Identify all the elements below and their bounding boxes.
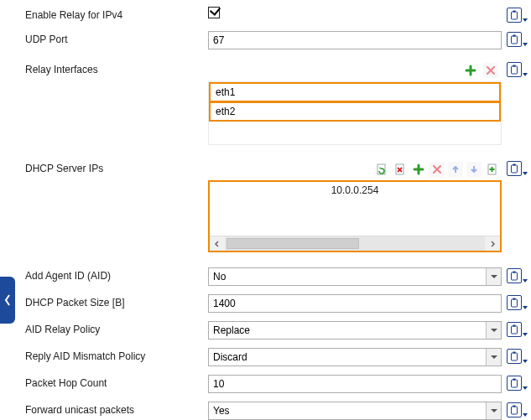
- label-enable-relay: Enable Relay for IPv4: [25, 7, 208, 21]
- chevron-down-icon[interactable]: [523, 43, 528, 46]
- scroll-left-button[interactable]: [210, 236, 225, 251]
- label-packet-size: DHCP Packet Size [B]: [25, 294, 208, 309]
- svg-rect-19: [512, 380, 518, 387]
- forward-unicast-select[interactable]: [208, 402, 502, 420]
- table-row[interactable]: 10.0.0.254: [331, 184, 379, 236]
- clipboard-icon[interactable]: [507, 322, 522, 337]
- svg-rect-14: [513, 298, 516, 300]
- dhcp-relay-form: Enable Relay for IPv4 UDP Port: [0, 0, 531, 420]
- aid-policy-select[interactable]: [208, 321, 502, 340]
- svg-rect-3: [513, 35, 516, 37]
- clipboard-icon[interactable]: [507, 32, 522, 47]
- svg-rect-5: [513, 65, 516, 67]
- horizontal-scrollbar[interactable]: [210, 236, 500, 251]
- chevron-down-icon[interactable]: [486, 322, 501, 339]
- svg-rect-4: [512, 66, 518, 74]
- row-packet-size: DHCP Packet Size [B]: [0, 294, 531, 313]
- clipboard-icon[interactable]: [507, 268, 522, 283]
- svg-rect-16: [513, 325, 516, 327]
- scrollbar-track[interactable]: [225, 236, 485, 251]
- svg-rect-15: [512, 326, 518, 334]
- collapsed-panel-tab[interactable]: [0, 277, 15, 324]
- svg-rect-2: [512, 36, 518, 44]
- row-hop-count: Packet Hop Count: [0, 375, 531, 393]
- label-aid-policy: AID Relay Policy: [25, 321, 208, 335]
- clipboard-icon[interactable]: [507, 161, 522, 176]
- clipboard-icon[interactable]: [507, 295, 522, 310]
- dhcp-ips-table[interactable]: 10.0.0.254: [208, 180, 502, 252]
- chevron-down-icon[interactable]: [486, 268, 501, 285]
- clipboard-icon[interactable]: [507, 62, 522, 77]
- clipboard-icon[interactable]: [507, 376, 522, 391]
- row-enable-relay: Enable Relay for IPv4: [0, 7, 531, 23]
- enable-relay-checkbox[interactable]: [208, 7, 220, 18]
- chevron-down-icon[interactable]: [523, 73, 528, 76]
- svg-rect-10: [513, 164, 516, 166]
- list-item[interactable]: eth2: [209, 101, 501, 122]
- mismatch-policy-select[interactable]: [208, 348, 502, 366]
- chevron-down-icon[interactable]: [523, 172, 528, 175]
- row-dhcp-server-ips: DHCP Server IPs: [0, 160, 531, 252]
- chevron-left-icon: [214, 241, 221, 247]
- list-item[interactable]: eth1: [209, 82, 501, 102]
- chevron-down-icon[interactable]: [486, 349, 501, 366]
- chevron-down-icon[interactable]: [523, 279, 528, 283]
- hop-count-input[interactable]: [208, 375, 502, 393]
- chevron-down-icon[interactable]: [523, 360, 528, 363]
- udp-port-input[interactable]: [208, 31, 502, 49]
- svg-rect-20: [513, 379, 516, 381]
- label-mismatch-policy: Reply AID Mismatch Policy: [25, 348, 208, 362]
- clipboard-icon[interactable]: [507, 402, 522, 417]
- dhcp-ips-toolbar: [208, 160, 502, 180]
- chevron-down-icon[interactable]: [486, 402, 501, 419]
- chevron-right-icon: [489, 241, 496, 247]
- arrow-up-icon[interactable]: [448, 162, 463, 177]
- chevron-down-icon[interactable]: [523, 386, 528, 390]
- svg-rect-12: [513, 272, 516, 273]
- row-relay-interfaces: Relay Interfaces eth1 eth2: [0, 61, 531, 145]
- chevron-down-icon[interactable]: [523, 413, 528, 417]
- delete-page-icon[interactable]: [393, 162, 408, 177]
- row-mismatch-policy: Reply AID Mismatch Policy: [0, 348, 531, 366]
- svg-rect-1: [513, 11, 516, 13]
- packet-size-input[interactable]: [208, 294, 502, 313]
- label-hop-count: Packet Hop Count: [25, 375, 208, 389]
- row-forward-unicast: Forward unicast packets: [0, 402, 531, 420]
- clipboard-icon[interactable]: [507, 8, 522, 23]
- add-icon[interactable]: [463, 63, 478, 78]
- relay-if-toolbar: [208, 61, 502, 81]
- arrow-down-icon[interactable]: [466, 162, 482, 177]
- svg-rect-18: [513, 352, 516, 354]
- label-add-aid: Add Agent ID (AID): [25, 267, 208, 282]
- row-aid-policy: AID Relay Policy: [0, 321, 531, 340]
- label-udp-port: UDP Port: [25, 31, 208, 45]
- label-forward-unicast: Forward unicast packets: [25, 402, 208, 416]
- label-dhcp-server-ips: DHCP Server IPs: [25, 160, 208, 174]
- relay-interfaces-list[interactable]: eth1 eth2: [208, 81, 502, 145]
- clipboard-icon[interactable]: [507, 349, 522, 364]
- add-page-icon[interactable]: [485, 162, 500, 177]
- delete-icon[interactable]: [483, 63, 498, 78]
- chevron-down-icon[interactable]: [523, 306, 528, 309]
- refresh-page-icon[interactable]: [374, 162, 389, 177]
- svg-rect-22: [513, 406, 516, 407]
- row-udp-port: UDP Port: [0, 31, 531, 49]
- svg-rect-9: [512, 165, 518, 173]
- add-icon[interactable]: [411, 162, 426, 177]
- scroll-right-button[interactable]: [485, 236, 500, 251]
- chevron-left-icon: [3, 293, 12, 307]
- svg-rect-0: [512, 12, 518, 19]
- chevron-down-icon[interactable]: [523, 333, 528, 336]
- row-add-aid: Add Agent ID (AID): [0, 267, 531, 286]
- delete-icon[interactable]: [429, 162, 445, 177]
- svg-rect-11: [512, 272, 518, 280]
- add-aid-select[interactable]: [208, 267, 502, 286]
- svg-rect-13: [512, 299, 518, 307]
- svg-rect-21: [512, 407, 518, 414]
- chevron-down-icon[interactable]: [523, 18, 528, 22]
- svg-rect-17: [512, 353, 518, 360]
- label-relay-interfaces: Relay Interfaces: [25, 61, 208, 75]
